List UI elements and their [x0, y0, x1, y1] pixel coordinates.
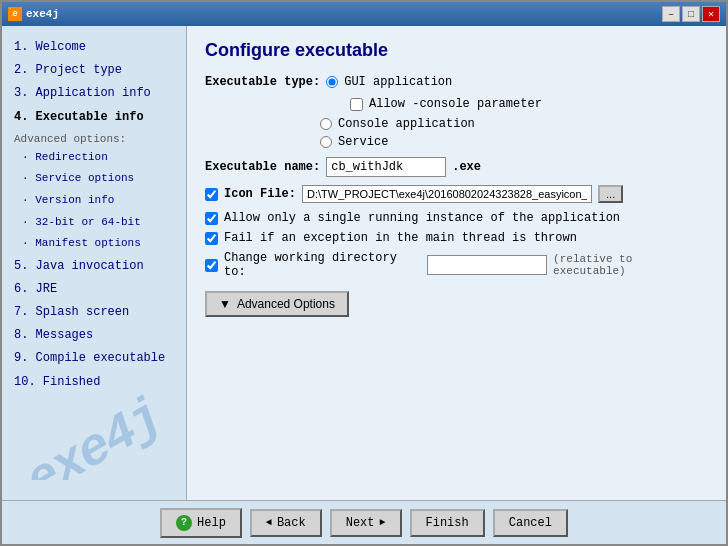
fail-exception-row: Fail if an exception in the main thread …	[205, 231, 708, 245]
radio-console-label: Console application	[338, 117, 475, 131]
title-bar: e exe4j – □ ✕	[2, 2, 726, 26]
sidebar-item-executable-info[interactable]: 4. Executable info	[10, 106, 178, 129]
advanced-options-label: Advanced options:	[10, 129, 178, 147]
title-bar-controls: – □ ✕	[662, 6, 720, 22]
relative-label: (relative to executable)	[553, 253, 708, 277]
sidebar-item-welcome[interactable]: 1. Welcome	[10, 36, 178, 59]
sidebar-item-splash[interactable]: 7. Splash screen	[10, 301, 178, 324]
radio-console[interactable]	[320, 118, 332, 130]
icon-file-checkbox[interactable]	[205, 188, 218, 201]
sidebar-item-java-invocation[interactable]: 5. Java invocation	[10, 255, 178, 278]
finish-button[interactable]: Finish	[410, 509, 485, 537]
exec-type-row: Executable type: GUI application	[205, 75, 708, 89]
help-icon: ?	[176, 515, 192, 531]
sidebar-item-jre[interactable]: 6. JRE	[10, 278, 178, 301]
allow-console-checkbox[interactable]	[350, 98, 363, 111]
app-icon: e	[8, 7, 22, 21]
working-dir-row: Change working directory to: (relative t…	[205, 251, 708, 279]
sidebar: 1. Welcome 2. Project type 3. Applicatio…	[2, 26, 187, 500]
content-area: 1. Welcome 2. Project type 3. Applicatio…	[2, 26, 726, 500]
minimize-button[interactable]: –	[662, 6, 680, 22]
back-label: Back	[277, 516, 306, 530]
working-dir-input[interactable]	[427, 255, 547, 275]
working-dir-checkbox[interactable]	[205, 259, 218, 272]
next-arrow-icon: ►	[380, 517, 386, 528]
sidebar-item-service-options[interactable]: · Service options	[10, 168, 178, 190]
radio-service[interactable]	[320, 136, 332, 148]
main-content: Configure executable Executable type: GU…	[187, 26, 726, 500]
close-button[interactable]: ✕	[702, 6, 720, 22]
icon-file-row: Icon File: D:\TW_PROJECT\exe4j\201608020…	[205, 185, 708, 203]
back-button[interactable]: ◄ Back	[250, 509, 322, 537]
cancel-label: Cancel	[509, 516, 552, 530]
exe-suffix: .exe	[452, 160, 481, 174]
allow-single-label: Allow only a single running instance of …	[224, 211, 620, 225]
sidebar-item-project-type[interactable]: 2. Project type	[10, 59, 178, 82]
allow-console-row: Allow -console parameter	[350, 97, 708, 111]
title-bar-left: e exe4j	[8, 7, 59, 21]
fail-exception-checkbox[interactable]	[205, 232, 218, 245]
finish-label: Finish	[426, 516, 469, 530]
exec-type-label: Executable type:	[205, 75, 320, 89]
maximize-button[interactable]: □	[682, 6, 700, 22]
allow-console-label: Allow -console parameter	[369, 97, 542, 111]
sidebar-item-32-64bit[interactable]: · 32-bit or 64-bit	[10, 212, 178, 234]
back-arrow-icon: ◄	[266, 517, 272, 528]
exec-name-row: Executable name: cb_withJdk .exe	[205, 157, 708, 177]
gui-radio-row: GUI application	[326, 75, 452, 89]
sidebar-item-redirection[interactable]: · Redirection	[10, 147, 178, 169]
service-radio-row: Service	[320, 135, 708, 149]
radio-gui[interactable]	[326, 76, 338, 88]
fail-exception-label: Fail if an exception in the main thread …	[224, 231, 577, 245]
advanced-options-button[interactable]: ▼ Advanced Options	[205, 291, 349, 317]
help-label: Help	[197, 516, 226, 530]
allow-single-checkbox[interactable]	[205, 212, 218, 225]
radio-gui-label: GUI application	[344, 75, 452, 89]
advanced-btn-label: Advanced Options	[237, 297, 335, 311]
console-radio-row: Console application	[320, 117, 708, 131]
footer: ? Help ◄ Back Next ► Finish Cancel	[2, 500, 726, 544]
exec-name-label: Executable name:	[205, 160, 320, 174]
cancel-button[interactable]: Cancel	[493, 509, 568, 537]
icon-file-label: Icon File:	[224, 187, 296, 201]
help-button[interactable]: ? Help	[160, 508, 242, 538]
watermark: exe4j	[2, 360, 186, 480]
sidebar-item-version-info[interactable]: · Version info	[10, 190, 178, 212]
radio-service-label: Service	[338, 135, 388, 149]
icon-file-input[interactable]: D:\TW_PROJECT\exe4j\20160802024323828_ea…	[302, 185, 592, 203]
next-label: Next	[346, 516, 375, 530]
sidebar-item-messages[interactable]: 8. Messages	[10, 324, 178, 347]
window-title: exe4j	[26, 8, 59, 20]
browse-button[interactable]: ...	[598, 185, 623, 203]
working-dir-label: Change working directory to:	[224, 251, 421, 279]
sidebar-item-app-info[interactable]: 3. Application info	[10, 82, 178, 105]
exec-name-input[interactable]: cb_withJdk	[326, 157, 446, 177]
sidebar-item-manifest[interactable]: · Manifest options	[10, 233, 178, 255]
next-button[interactable]: Next ►	[330, 509, 402, 537]
dropdown-arrow-icon: ▼	[219, 297, 231, 311]
main-window: e exe4j – □ ✕ 1. Welcome 2. Project type…	[0, 0, 728, 546]
allow-single-row: Allow only a single running instance of …	[205, 211, 708, 225]
page-title: Configure executable	[205, 40, 708, 61]
